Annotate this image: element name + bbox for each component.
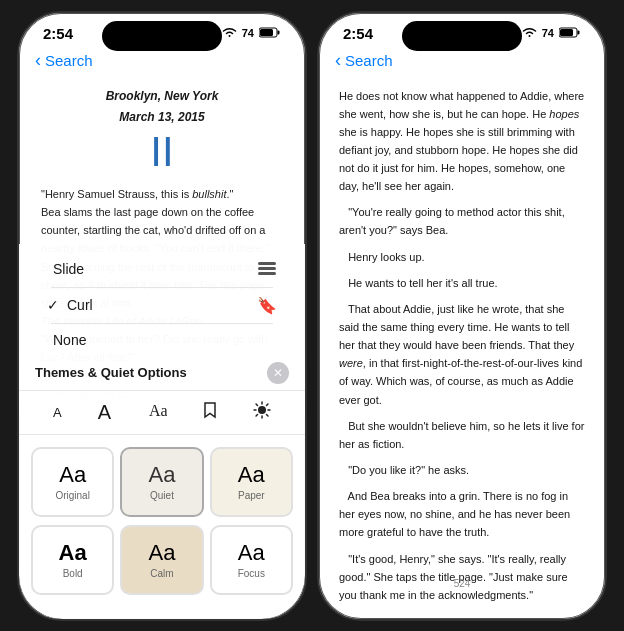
svg-rect-9 [258,272,276,275]
brightness-btn[interactable] [245,397,279,428]
right-battery-icon: 74 [542,27,554,39]
svg-line-19 [266,404,267,405]
right-book-content: He does not know what happened to Addie,… [319,77,605,607]
right-dynamic-island [402,21,522,51]
battery-visual [259,27,281,40]
theme-bold[interactable]: Aa Bold [31,525,114,595]
font-small-btn[interactable]: A [45,401,70,424]
theme-quiet[interactable]: Aa Quiet [120,447,203,517]
svg-line-18 [256,414,257,415]
theme-bold-label: Bold [63,568,83,579]
right-wifi-icon [522,27,537,40]
wifi-icon [222,27,237,40]
theme-cards-row2: Aa Bold Aa Calm Aa Focus [19,525,305,595]
right-time: 2:54 [343,25,373,42]
svg-text:Aa: Aa [149,402,167,419]
left-time: 2:54 [43,25,73,42]
font-large-btn[interactable]: A [90,397,119,428]
back-arrow-icon: ‹ [35,50,41,71]
font-type-btn[interactable]: Aa [139,397,175,428]
theme-quiet-aa: Aa [149,462,176,488]
svg-rect-7 [258,262,276,265]
theme-bold-aa: Aa [59,540,87,566]
phones-container: 2:54 74 [17,11,607,621]
controls-row: A A Aa [19,390,305,435]
theme-original[interactable]: Aa Original [31,447,114,517]
theme-paper-label: Paper [238,490,265,501]
close-button[interactable]: ✕ [267,362,289,384]
theme-paper[interactable]: Aa Paper [210,447,293,517]
transition-none[interactable]: None [35,324,289,356]
book-chapter: II [41,129,283,175]
right-back-arrow-icon: ‹ [335,50,341,71]
curl-label: Curl [67,297,93,313]
right-battery-visual [559,27,581,40]
svg-rect-5 [278,30,280,34]
curl-check: ✓ [47,297,59,313]
slide-icon [257,260,277,279]
curl-icon: 🔖 [257,296,277,315]
dynamic-island [102,21,222,51]
battery-icon: 74 [242,27,254,39]
theme-focus-aa: Aa [238,540,265,566]
theme-original-label: Original [55,490,89,501]
page-number: 524 [319,578,605,589]
svg-line-16 [256,404,257,405]
bottom-panel: Slide ✓ Curl [19,244,305,619]
svg-line-17 [266,414,267,415]
transition-options: Slide ✓ Curl [19,252,305,356]
themes-header: Themes & Quiet Options ✕ [19,360,305,390]
theme-focus[interactable]: Aa Focus [210,525,293,595]
transition-slide[interactable]: Slide [35,252,289,287]
left-phone: 2:54 74 [17,11,307,621]
bookmark-btn[interactable] [195,397,225,428]
theme-calm-label: Calm [150,568,173,579]
theme-calm[interactable]: Aa Calm [120,525,203,595]
theme-cards-row1: Aa Original Aa Quiet Aa Paper [19,443,305,521]
book-date: March 13, 2015 [41,108,283,127]
book-location: Brooklyn, New York [41,87,283,106]
theme-calm-aa: Aa [149,540,176,566]
transition-curl[interactable]: ✓ Curl 🔖 [35,288,289,323]
svg-rect-8 [258,267,276,270]
svg-rect-26 [560,29,573,36]
themes-label: Themes & Quiet Options [35,365,187,380]
theme-original-aa: Aa [59,462,86,488]
right-phone: 2:54 74 [317,11,607,621]
svg-rect-25 [578,30,580,34]
book-header: Brooklyn, New York March 13, 2015 II [41,87,283,176]
left-nav-back-label: Search [45,52,93,69]
slide-label: Slide [53,261,84,277]
none-label: None [53,332,86,348]
theme-quiet-label: Quiet [150,490,174,501]
right-nav-back-label: Search [345,52,393,69]
theme-focus-label: Focus [238,568,265,579]
svg-rect-6 [260,29,273,36]
theme-paper-aa: Aa [238,462,265,488]
svg-point-11 [258,406,266,414]
